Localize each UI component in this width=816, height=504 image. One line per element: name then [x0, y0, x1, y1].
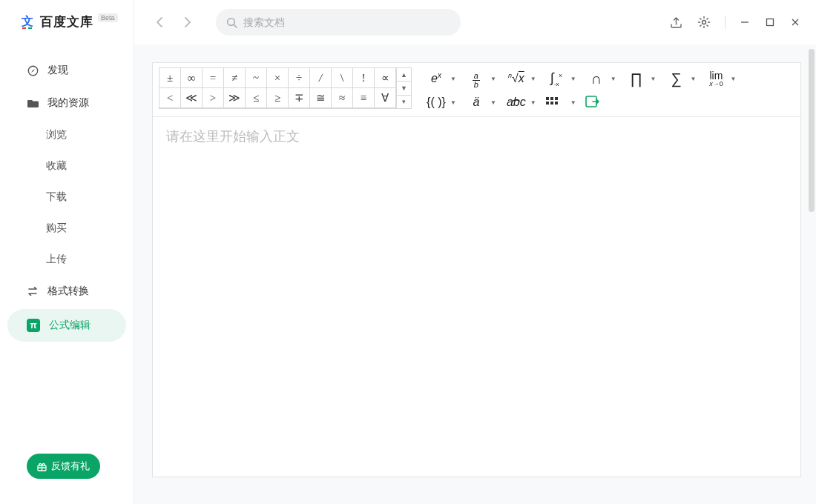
sym-forall[interactable]: ∀: [374, 87, 396, 108]
sidebar-sub-browse[interactable]: 浏览: [0, 119, 134, 150]
gift-icon: [37, 462, 47, 471]
scrollbar-thumb[interactable]: [809, 49, 815, 212]
symbol-scroll-down[interactable]: ▼: [397, 82, 411, 95]
main-area: ± ∞ = ≠ ~ × ÷ / \ ! ∝: [134, 0, 816, 504]
sym-divide[interactable]: ÷: [288, 67, 310, 88]
pi-icon: π: [27, 319, 40, 332]
sym-congruent[interactable]: ≅: [309, 87, 332, 108]
svg-text:文: 文: [21, 15, 33, 27]
sym-ge[interactable]: ≥: [266, 87, 289, 108]
chevron-down-icon: ▼: [450, 99, 456, 106]
window-minimize-button[interactable]: [739, 16, 751, 28]
sidebar-item-discover[interactable]: 发现: [0, 54, 134, 87]
sidebar-sub-upload[interactable]: 上传: [0, 244, 134, 275]
struct-fraction[interactable]: ab▼: [462, 69, 499, 88]
chevron-down-icon: ▼: [691, 76, 697, 82]
editor-body[interactable]: [153, 117, 800, 473]
struct-insert-button[interactable]: [582, 93, 611, 112]
formula-toolbar: ± ∞ = ≠ ~ × ÷ / \ ! ∝: [153, 63, 800, 117]
sym-much-lt[interactable]: ≪: [180, 87, 203, 108]
svg-rect-2: [28, 27, 32, 29]
search-box[interactable]: [216, 9, 461, 36]
compass-icon: [27, 64, 39, 76]
svg-point-5: [228, 18, 235, 25]
sym-identical[interactable]: ≡: [352, 87, 375, 108]
structure-palette: ex▼ ab▼ n√x▼ ∫-xx▼ ∩▼ ∏▼ ∑▼ limx→0▼ {( )…: [422, 67, 794, 112]
sym-le[interactable]: ≤: [245, 87, 267, 108]
sidebar-item-formula[interactable]: π 公式编辑: [7, 309, 126, 342]
brand-name: 百度文库: [40, 13, 93, 30]
sym-lt[interactable]: <: [159, 87, 181, 108]
brand-logo[interactable]: 文 百度文库 Beta: [0, 9, 134, 41]
symbol-palette: ± ∞ = ≠ ~ × ÷ / \ ! ∝: [159, 67, 412, 109]
symbol-scroll-up[interactable]: ▲: [397, 68, 411, 82]
svg-point-6: [703, 21, 706, 24]
sidebar-item-convert[interactable]: 格式转换: [0, 275, 134, 308]
sidebar-nav: 发现 我的资源 浏览 收藏 下载 购买 上传 格式转换 π 公式编辑: [0, 54, 134, 343]
symbol-scroll: ▲ ▼ ▾: [396, 68, 411, 108]
sym-mp[interactable]: ∓: [288, 87, 310, 108]
sym-much-gt[interactable]: ≫: [223, 87, 246, 108]
nav-forward-button[interactable]: [177, 12, 198, 33]
window-close-button[interactable]: [789, 16, 801, 28]
logo-icon: 文: [19, 14, 36, 30]
sym-tilde[interactable]: ~: [245, 67, 267, 88]
sym-times[interactable]: ×: [266, 67, 289, 88]
sym-backslash[interactable]: \: [331, 67, 353, 88]
sidebar-item-resources[interactable]: 我的资源: [0, 87, 134, 119]
scrollbar-track: [809, 49, 815, 500]
document: ± ∞ = ≠ ~ × ÷ / \ ! ∝: [152, 62, 801, 477]
chevron-down-icon: ▼: [611, 76, 616, 82]
chevron-down-icon: ▼: [570, 99, 576, 106]
sidebar-sub-download[interactable]: 下载: [0, 182, 134, 213]
upload-icon[interactable]: [668, 15, 683, 30]
struct-intersection[interactable]: ∩▼: [582, 69, 619, 88]
sym-propto[interactable]: ∝: [374, 67, 396, 88]
swap-icon: [27, 285, 39, 297]
sidebar-sub-purchase[interactable]: 购买: [0, 213, 134, 244]
symbol-row-1: ± ∞ = ≠ ~ × ÷ / \ ! ∝: [159, 68, 396, 88]
struct-limit[interactable]: limx→0▼: [702, 69, 739, 88]
nav-back-button[interactable]: [149, 12, 170, 33]
divider: [725, 16, 725, 29]
folder-icon: [27, 97, 39, 109]
struct-radical[interactable]: n√x▼: [502, 69, 539, 88]
sidebar-label: 格式转换: [47, 285, 89, 298]
sidebar-sub-fav[interactable]: 收藏: [0, 150, 134, 182]
beta-badge: Beta: [98, 13, 118, 22]
struct-hat[interactable]: ⌢abc▼: [502, 93, 539, 112]
sym-infinity[interactable]: ∞: [180, 67, 203, 88]
chevron-down-icon: ▼: [530, 99, 536, 106]
sym-approx[interactable]: ≈: [331, 87, 353, 108]
sym-gt[interactable]: >: [202, 87, 224, 108]
struct-exponent[interactable]: ex▼: [422, 69, 459, 88]
svg-rect-13: [555, 102, 558, 105]
search-icon: [226, 17, 237, 28]
search-input[interactable]: [243, 16, 450, 28]
feedback-button[interactable]: 反馈有礼: [27, 454, 100, 479]
svg-rect-10: [555, 97, 558, 100]
chevron-down-icon: ▼: [450, 76, 456, 82]
sym-equals[interactable]: =: [202, 67, 224, 88]
svg-rect-1: [22, 27, 26, 29]
sym-factorial[interactable]: !: [352, 67, 375, 88]
struct-product[interactable]: ∏▼: [622, 69, 659, 88]
chevron-down-icon: ▼: [651, 76, 657, 82]
settings-icon[interactable]: [697, 15, 711, 30]
symbol-scroll-more[interactable]: ▾: [397, 96, 411, 108]
sym-not-equal[interactable]: ≠: [223, 67, 246, 88]
window-maximize-button[interactable]: [764, 16, 776, 28]
svg-rect-7: [767, 19, 774, 26]
struct-integral[interactable]: ∫-xx▼: [542, 69, 579, 88]
sidebar-label: 发现: [47, 64, 68, 77]
svg-rect-8: [546, 97, 549, 100]
struct-sum[interactable]: ∑▼: [662, 69, 700, 88]
chevron-down-icon: ▼: [490, 76, 496, 82]
struct-matrix[interactable]: ▼: [542, 93, 579, 112]
sidebar-label: 我的资源: [47, 96, 89, 110]
struct-bracket[interactable]: {( )}▼: [422, 93, 459, 112]
sym-plus-minus[interactable]: ±: [159, 67, 181, 88]
sym-slash[interactable]: /: [309, 67, 332, 88]
struct-accent[interactable]: ä▼: [462, 93, 499, 112]
topbar: [134, 0, 816, 44]
